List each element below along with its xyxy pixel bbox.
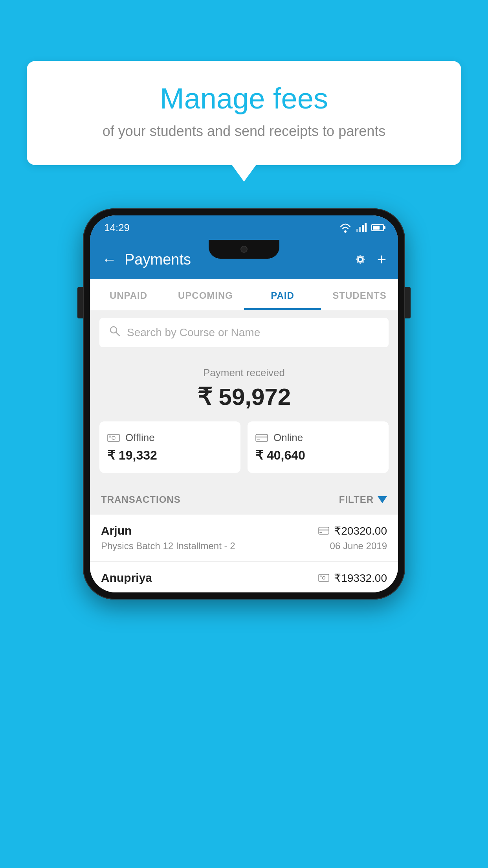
- svg-rect-11: [256, 436, 268, 438]
- tabs-bar: UNPAID UPCOMING PAID STUDENTS: [90, 279, 398, 310]
- transaction-name: Arjun: [101, 524, 132, 537]
- transaction-date: 06 June 2019: [330, 541, 387, 552]
- credit-card-icon: [255, 433, 268, 443]
- bubble-subtitle: of your students and send receipts to pa…: [50, 121, 438, 141]
- gear-icon[interactable]: [353, 252, 368, 267]
- svg-rect-1: [356, 229, 358, 232]
- svg-rect-15: [319, 532, 322, 533]
- phone-device: 14:29: [83, 208, 405, 600]
- transaction-row[interactable]: Anupriya ₹19332.00: [90, 561, 398, 592]
- online-payment-card: Online ₹ 40,640: [248, 421, 389, 473]
- search-icon: [109, 325, 121, 340]
- svg-rect-2: [359, 227, 361, 232]
- tab-upcoming[interactable]: UPCOMING: [167, 279, 244, 310]
- transaction-list: Arjun ₹20320.00 Physics Batch: [90, 515, 398, 592]
- camera-dot: [240, 246, 248, 253]
- tab-unpaid[interactable]: UNPAID: [90, 279, 167, 310]
- svg-rect-8: [109, 436, 111, 438]
- transaction-amount: ₹19332.00: [334, 572, 387, 585]
- transaction-amount: ₹20320.00: [334, 524, 387, 537]
- status-icons: [339, 223, 384, 233]
- phone-outer: 14:29: [83, 208, 405, 600]
- svg-line-6: [116, 332, 119, 336]
- svg-rect-3: [362, 225, 364, 232]
- payment-summary: Payment received ₹ 59,972 Offline: [90, 355, 398, 485]
- svg-rect-14: [319, 529, 329, 531]
- svg-rect-16: [319, 574, 329, 581]
- bubble-title: Manage fees: [50, 83, 438, 114]
- transaction-course: Physics Batch 12 Installment - 2: [101, 541, 235, 552]
- header-icons: +: [353, 251, 386, 268]
- svg-rect-12: [257, 440, 260, 440]
- search-container: Search by Course or Name: [90, 310, 398, 355]
- svg-rect-17: [320, 576, 322, 577]
- payment-total-amount: ₹ 59,972: [99, 383, 389, 410]
- online-amount: ₹ 40,640: [255, 448, 381, 463]
- speech-bubble: Manage fees of your students and send re…: [27, 61, 461, 165]
- search-bar[interactable]: Search by Course or Name: [99, 318, 389, 347]
- transactions-label: TRANSACTIONS: [101, 494, 181, 505]
- transaction-amount-wrap: ₹19332.00: [318, 572, 387, 585]
- battery-icon: [371, 224, 384, 231]
- tab-paid[interactable]: PAID: [244, 279, 321, 310]
- online-payment-icon: [318, 526, 329, 535]
- phone-screen: 14:29: [90, 215, 398, 592]
- offline-label: Offline: [125, 432, 155, 444]
- svg-point-0: [344, 230, 347, 233]
- offline-payment-icon: [318, 574, 329, 582]
- svg-rect-7: [108, 434, 119, 441]
- status-bar: 14:29: [90, 215, 398, 240]
- filter-icon: [378, 496, 387, 503]
- payment-cards: Offline ₹ 19,332 O: [99, 421, 389, 473]
- transaction-amount-wrap: ₹20320.00: [318, 524, 387, 537]
- notch: [209, 240, 279, 259]
- search-placeholder: Search by Course or Name: [127, 326, 260, 339]
- offline-amount: ₹ 19,332: [107, 448, 233, 463]
- add-icon[interactable]: +: [377, 251, 386, 268]
- signal-icon: [356, 223, 367, 232]
- tab-students[interactable]: STUDENTS: [321, 279, 398, 310]
- online-label: Online: [273, 432, 303, 444]
- cash-icon: [107, 433, 120, 443]
- wifi-icon: [339, 223, 352, 233]
- payment-received-label: Payment received: [99, 367, 389, 379]
- transaction-name: Anupriya: [101, 571, 152, 585]
- transaction-row[interactable]: Arjun ₹20320.00 Physics Batch: [90, 515, 398, 561]
- speech-bubble-wrapper: Manage fees of your students and send re…: [27, 61, 461, 165]
- offline-payment-card: Offline ₹ 19,332: [99, 421, 240, 473]
- back-button[interactable]: ←: [102, 251, 117, 268]
- svg-rect-4: [365, 223, 367, 232]
- svg-point-9: [112, 436, 115, 440]
- transactions-header: TRANSACTIONS FILTER: [90, 485, 398, 515]
- svg-point-18: [323, 577, 325, 579]
- filter-button[interactable]: FILTER: [339, 494, 387, 505]
- status-time: 14:29: [104, 222, 130, 234]
